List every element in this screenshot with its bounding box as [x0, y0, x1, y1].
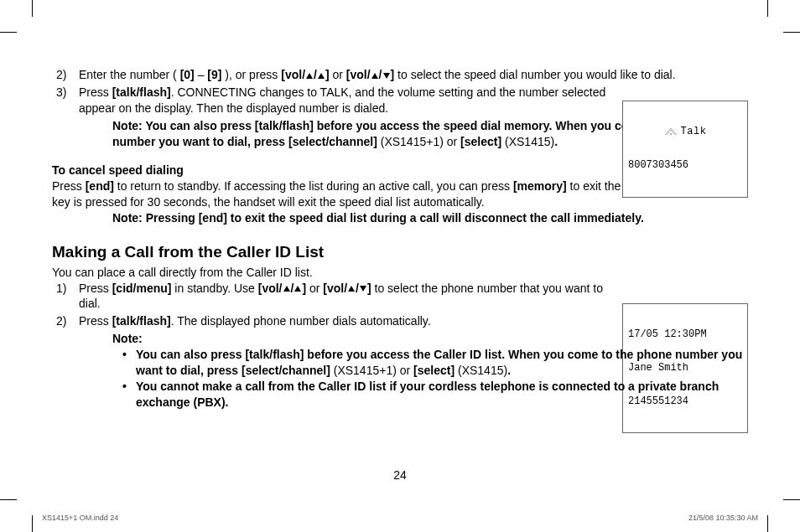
cancel-note: Note: Pressing [end] to exit the speed d… — [52, 210, 748, 226]
triangle-down-icon — [383, 73, 390, 79]
page-number: 24 — [393, 468, 407, 482]
callerid-title: Making a Call from the Caller ID List — [52, 241, 748, 263]
lcd-line: 17/05 12:30PM — [628, 329, 742, 340]
lcd-line: Talk — [681, 126, 707, 137]
bullet-1: You can also press [talk/flash] before y… — [122, 347, 748, 379]
triangle-up-icon — [318, 73, 325, 79]
footer-right: 21/5/08 10:35:30 AM — [688, 514, 758, 522]
step-number: 1) — [56, 281, 66, 297]
step-3: 3) Press [talk/flash]. CONNECTING change… — [52, 85, 748, 116]
step-number: 3) — [56, 85, 66, 101]
step-2: 2) Enter the number ( [0] – [9] ), or pr… — [52, 67, 748, 83]
triangle-up-icon — [371, 73, 378, 79]
callerid-step-2: 2) Press [talk/flash]. The displayed pho… — [52, 313, 748, 329]
signal-icon — [664, 127, 678, 136]
footer-left: XS1415+1 OM.indd 24 — [42, 514, 118, 522]
step-number: 2) — [56, 313, 66, 329]
triangle-up-icon — [348, 286, 355, 292]
step-number: 2) — [56, 67, 66, 83]
callerid-intro: You can place a call directly from the C… — [52, 265, 748, 281]
svg-point-0 — [670, 133, 672, 135]
triangle-up-icon — [306, 73, 313, 79]
callerid-step-1: 1) Press [cid/menu] in standby. Use [vol… — [52, 281, 748, 312]
lcd-line: 8007303456 — [628, 160, 742, 171]
page: Talk 8007303456 17/05 12:30PM Jane Smith… — [0, 0, 800, 532]
bullet-2: You cannot make a call from the Caller I… — [122, 379, 748, 411]
triangle-up-icon — [283, 286, 290, 292]
triangle-down-icon — [360, 286, 366, 292]
triangle-up-icon — [294, 286, 301, 292]
